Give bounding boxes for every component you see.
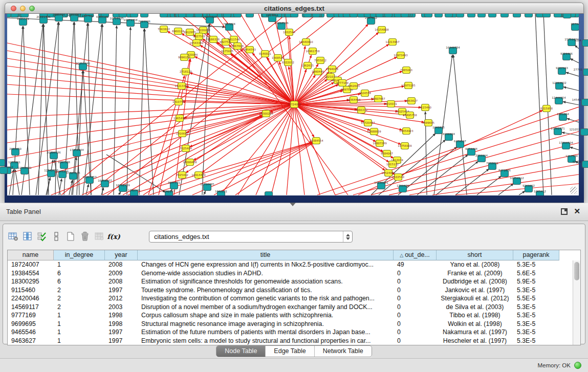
table-cell[interactable]: Jankovic et al. (1997) xyxy=(437,286,513,295)
graph-edge[interactable] xyxy=(214,143,313,195)
graph-node[interactable] xyxy=(456,14,464,17)
column-header-title[interactable]: title xyxy=(138,250,394,260)
table-cell[interactable]: 5.9E-5 xyxy=(513,277,559,286)
table-cell[interactable]: 2012 xyxy=(105,294,138,303)
table-cell[interactable]: 18300295 xyxy=(8,277,54,286)
table-cell[interactable]: Hescheler et al. (1997) xyxy=(437,337,513,345)
graph-node[interactable] xyxy=(468,14,475,17)
table-row[interactable]: 911546021997Tourette syndrome. Phenomeno… xyxy=(8,286,573,295)
graph-edge[interactable] xyxy=(119,192,121,195)
graph-node[interactable] xyxy=(234,14,242,17)
graph-edge[interactable] xyxy=(519,191,525,195)
table-select-combo[interactable]: citations_edges.txt xyxy=(149,231,353,243)
table-cell[interactable]: 5.3E-5 xyxy=(513,311,559,320)
table-row[interactable]: 2242004622012Investigating the contribut… xyxy=(8,294,573,303)
table-cell[interactable]: 1 xyxy=(54,260,105,269)
column-header-out_de[interactable]: △out_de... xyxy=(394,250,437,260)
graph-edge[interactable] xyxy=(7,104,294,117)
graph-node[interactable] xyxy=(554,14,562,17)
graph-node[interactable] xyxy=(525,14,533,17)
table-cell[interactable]: 0 xyxy=(394,337,437,345)
graph-node[interactable] xyxy=(563,14,571,18)
select-rows-icon[interactable] xyxy=(36,230,48,243)
graph-edge[interactable] xyxy=(7,84,294,104)
graph-edge[interactable] xyxy=(566,72,579,76)
new-table-icon[interactable] xyxy=(64,230,77,243)
graph-node[interactable] xyxy=(224,14,231,17)
graph-edge[interactable] xyxy=(86,184,89,195)
table-cell[interactable]: 2008 xyxy=(105,260,138,269)
graph-node[interactable] xyxy=(327,14,335,17)
table-cell[interactable]: 2 xyxy=(54,303,105,312)
table-cell[interactable]: 2 xyxy=(54,294,105,303)
table-cell[interactable]: 1998 xyxy=(105,311,138,320)
graph-node[interactable] xyxy=(513,14,521,17)
column-header-short[interactable]: short xyxy=(437,250,513,260)
graph-node[interactable] xyxy=(445,14,453,17)
table-cell[interactable]: 9463627 xyxy=(8,337,54,345)
window-titlebar[interactable]: citations_edges.txt xyxy=(5,3,584,14)
table-cell[interactable]: 1 xyxy=(54,311,105,320)
graph-edge[interactable] xyxy=(570,59,579,63)
table-cell[interactable]: 0 xyxy=(394,311,437,320)
table-row[interactable]: 946554611997Estimation of the future num… xyxy=(8,328,573,337)
table-cell[interactable]: 2008 xyxy=(105,277,138,286)
graph-edge[interactable] xyxy=(114,26,117,195)
table-cell[interactable]: 9465546 xyxy=(8,328,54,337)
table-cell[interactable]: 14569117 xyxy=(8,303,54,312)
graph-edge[interactable] xyxy=(535,14,543,195)
table-cell[interactable]: de Silva et al. (2003) xyxy=(437,303,513,312)
table-cell[interactable]: 22420046 xyxy=(8,294,54,303)
table-cell[interactable]: 0 xyxy=(394,277,437,286)
graph-edge[interactable] xyxy=(64,22,74,195)
tab-node-table[interactable]: Node Table xyxy=(216,346,266,357)
graph-node[interactable] xyxy=(425,14,432,17)
function-builder-icon[interactable]: f(x) xyxy=(107,230,120,243)
table-cell[interactable]: 5.6E-5 xyxy=(513,269,559,278)
table-cell[interactable]: 1997 xyxy=(105,286,138,295)
graph-node[interactable] xyxy=(7,14,11,17)
graph-edge[interactable] xyxy=(15,169,19,195)
tab-network-table[interactable]: Network Table xyxy=(315,346,372,357)
graph-edge[interactable] xyxy=(235,143,313,195)
table-cell[interactable]: Changes of HCN gene expression and I(f) … xyxy=(138,260,394,269)
graph-edge[interactable] xyxy=(7,94,294,104)
graph-node[interactable] xyxy=(313,14,320,17)
graph-edge[interactable] xyxy=(193,104,294,160)
table-cell[interactable]: 1998 xyxy=(105,320,138,329)
graph-node[interactable] xyxy=(291,14,298,17)
graph-edge[interactable] xyxy=(72,23,88,195)
graph-edge[interactable] xyxy=(575,161,579,163)
table-cell[interactable]: 5.5E-5 xyxy=(513,294,559,303)
graph-node[interactable] xyxy=(11,14,18,17)
scrollbar-thumb[interactable] xyxy=(574,262,579,280)
network-view-canvas[interactable]: 9435572206914062093794106532671527602646… xyxy=(7,14,579,195)
graph-node[interactable] xyxy=(489,14,496,17)
table-cell[interactable]: Wolkin et al. (1998) xyxy=(437,320,513,329)
tab-edge-table[interactable]: Edge Table xyxy=(266,346,314,357)
table-cell[interactable]: 5.3E-5 xyxy=(513,320,559,329)
table-cell[interactable]: 5.3E-5 xyxy=(513,328,559,337)
graph-edge[interactable] xyxy=(575,45,579,49)
table-cell[interactable]: 0 xyxy=(394,294,437,303)
table-cell[interactable]: Disruption of a novel member of a sodium… xyxy=(138,303,394,312)
graph-node[interactable] xyxy=(401,14,409,17)
float-panel-icon[interactable] xyxy=(561,208,568,215)
table-cell[interactable]: Stergiakouli et al. (2012) xyxy=(437,294,513,303)
table-cell[interactable]: Nakamura et al. (1997) xyxy=(437,328,513,337)
graph-node[interactable] xyxy=(186,14,194,17)
table-cell[interactable]: Estimation of significance thresholds fo… xyxy=(138,277,394,286)
table-cell[interactable]: 5.3E-5 xyxy=(513,337,559,345)
graph-edge[interactable] xyxy=(7,104,294,173)
graph-edge[interactable] xyxy=(563,102,579,105)
graph-node[interactable] xyxy=(21,14,29,17)
table-cell[interactable]: 5.3E-5 xyxy=(513,303,559,312)
graph-node[interactable] xyxy=(435,14,443,17)
table-cell[interactable]: 1 xyxy=(54,328,105,337)
table-cell[interactable]: 1 xyxy=(54,320,105,329)
table-row[interactable]: 1872400712008Changes of HCN gene express… xyxy=(8,260,573,269)
graph-node[interactable] xyxy=(246,14,254,17)
table-cell[interactable]: 0 xyxy=(394,269,437,278)
table-cell[interactable]: Corpus callosum shape and size in male p… xyxy=(138,311,394,320)
graph-edge[interactable] xyxy=(294,104,385,170)
